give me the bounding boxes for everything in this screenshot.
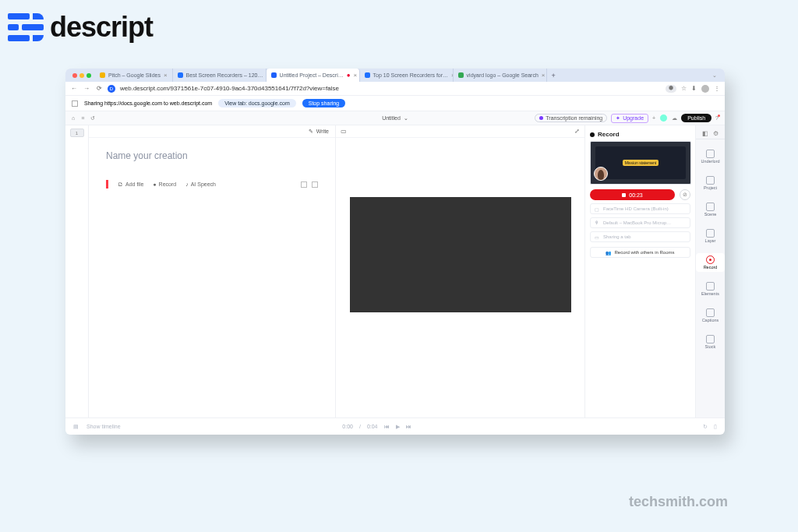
stock-icon: [706, 335, 715, 344]
url-text[interactable]: web.descript.com/9371561e-7c07-4910-9ac4…: [120, 85, 661, 92]
rooms-label: Record with others in Rooms: [614, 250, 674, 255]
fit-icon[interactable]: ▭: [341, 128, 347, 135]
rail-underlord[interactable]: Underlord: [696, 147, 725, 166]
record-button[interactable]: ●Record: [153, 181, 176, 187]
history-icon[interactable]: ↺: [90, 115, 95, 122]
option-label: FaceTime HD Camera (Built-in): [603, 206, 669, 211]
chevron-down-icon: ⌄: [404, 115, 408, 122]
skip-back-icon[interactable]: ⏮: [384, 424, 390, 429]
marker-icon[interactable]: ▯: [714, 424, 717, 430]
record-timer: 00:23: [629, 192, 643, 198]
browser-tab[interactable]: vidyard logo – Google Search×: [454, 69, 547, 82]
rail-layer[interactable]: Layer: [696, 227, 725, 245]
recording-indicator-icon[interactable]: ●: [347, 72, 351, 79]
maximize-window-icon[interactable]: [87, 73, 91, 78]
new-tab-button[interactable]: +: [547, 72, 560, 79]
tab-overflow-icon[interactable]: ⌄: [708, 72, 722, 79]
minimize-window-icon[interactable]: [79, 73, 84, 78]
add-icon[interactable]: +: [652, 115, 655, 121]
project-title[interactable]: Untitled ⌄: [382, 115, 408, 122]
screen-select[interactable]: ▭Sharing a tab: [590, 231, 690, 242]
add-file-button[interactable]: 🗋Add file: [118, 181, 143, 187]
rail-captions[interactable]: Captions: [696, 306, 725, 325]
ai-voice-icon: ♪: [185, 181, 189, 187]
window-controls[interactable]: [69, 73, 95, 78]
record-in-rooms-button[interactable]: 👥Record with others in Rooms: [590, 247, 690, 258]
bookmark-icon[interactable]: [312, 181, 318, 188]
stop-recording-button[interactable]: 00:23: [590, 189, 675, 200]
close-tab-icon[interactable]: ×: [164, 72, 168, 79]
record-indicator-icon: [590, 132, 595, 137]
publish-button[interactable]: Publish: [681, 114, 711, 122]
browser-tab[interactable]: Best Screen Recorders – 120…×: [173, 69, 267, 82]
stop-sharing-button[interactable]: Stop sharing: [302, 99, 345, 107]
help-icon[interactable]: ?: [715, 115, 719, 121]
ai-speech-button[interactable]: ♪AI Speech: [185, 181, 216, 187]
rail-elements[interactable]: Elements: [696, 280, 725, 298]
rail-label: Captions: [702, 318, 719, 322]
chip-label: Transcription remaining: [546, 115, 602, 121]
play-icon[interactable]: ▶: [396, 424, 400, 430]
expand-icon[interactable]: ⤢: [574, 128, 580, 135]
gem-badge-icon[interactable]: ⬢: [666, 85, 676, 93]
camera-select[interactable]: ▢FaceTime HD Camera (Built-in): [590, 203, 690, 214]
layout-toggle-icon[interactable]: [301, 181, 307, 188]
browser-tab[interactable]: Top 10 Screen Recorders for…×: [360, 69, 454, 82]
rail-label: Underlord: [701, 159, 719, 164]
record-preview[interactable]: Mission statement: [590, 141, 691, 185]
loop-icon[interactable]: ↻: [703, 424, 708, 430]
settings-icon[interactable]: ⚙: [713, 130, 719, 137]
transport-bar: ▤ Show timeline 0:00 / 0:04 ⏮ ▶ ⏭ ↻ ▯: [65, 417, 725, 435]
browser-tab[interactable]: Pitch – Google Slides×: [95, 69, 173, 82]
rail-scene[interactable]: Scene: [696, 200, 725, 219]
discard-recording-button[interactable]: ⊘: [680, 189, 690, 200]
tab-favicon-icon: [458, 72, 464, 78]
home-icon[interactable]: ⌂: [72, 115, 75, 121]
reload-button[interactable]: ⟳: [95, 85, 103, 92]
star-icon[interactable]: ☆: [681, 85, 687, 93]
time-separator: /: [359, 424, 361, 429]
show-timeline-label[interactable]: Show timeline: [87, 424, 121, 429]
panel-title: Record: [598, 131, 620, 138]
upgrade-button[interactable]: ✦Upgrade: [611, 114, 648, 123]
close-tab-icon[interactable]: ×: [354, 72, 358, 79]
forward-button[interactable]: →: [83, 85, 90, 92]
rail-label: Stock: [705, 344, 716, 349]
scene-icon: [706, 203, 715, 211]
avatar[interactable]: [659, 114, 668, 122]
upgrade-label: Upgrade: [623, 115, 644, 121]
rail-record[interactable]: Record: [696, 253, 725, 272]
view-tab-button[interactable]: View tab: docs.google.com: [218, 99, 296, 107]
screen-icon: ▭: [595, 234, 599, 240]
browser-window: Pitch – Google Slides× Best Screen Recor…: [65, 69, 725, 435]
profile-icon[interactable]: [701, 85, 709, 93]
site-identity-icon[interactable]: D: [108, 85, 115, 93]
properties-icon[interactable]: ◧: [702, 130, 708, 137]
microphone-select[interactable]: 🎙Default – MacBook Pro Microp…: [590, 217, 690, 228]
title-text: Untitled: [382, 115, 401, 121]
tab-favicon-icon: [365, 72, 370, 78]
close-window-icon[interactable]: [72, 73, 77, 78]
project-icon: [706, 176, 715, 185]
back-button[interactable]: ←: [70, 85, 78, 92]
browser-tab-active[interactable]: Untitled Project – Descri…●×: [267, 69, 360, 82]
outline-icon[interactable]: ≡: [81, 115, 84, 121]
download-icon[interactable]: ⬇: [691, 85, 697, 93]
webcam-pip[interactable]: [594, 167, 608, 181]
write-label[interactable]: Write: [316, 129, 329, 134]
skip-forward-icon[interactable]: ⏭: [406, 424, 411, 429]
scene-thumbnail[interactable]: 1: [70, 129, 84, 137]
stop-square-icon: [622, 193, 626, 197]
close-tab-icon[interactable]: ×: [542, 72, 546, 79]
transcription-remaining-chip[interactable]: Transcription remaining: [535, 114, 607, 122]
video-canvas[interactable]: [350, 197, 571, 312]
comment-icon[interactable]: ☁: [672, 115, 677, 122]
title-placeholder[interactable]: Name your creation: [106, 150, 318, 161]
rail-project[interactable]: Project: [696, 174, 725, 192]
shared-slide: Mission statement: [595, 146, 686, 179]
timeline-toggle-icon[interactable]: ▤: [73, 424, 79, 430]
rail-label: Project: [704, 185, 717, 190]
text-cursor-icon: [106, 180, 108, 188]
menu-icon[interactable]: ⋮: [714, 85, 720, 93]
rail-stock[interactable]: Stock: [696, 333, 725, 351]
